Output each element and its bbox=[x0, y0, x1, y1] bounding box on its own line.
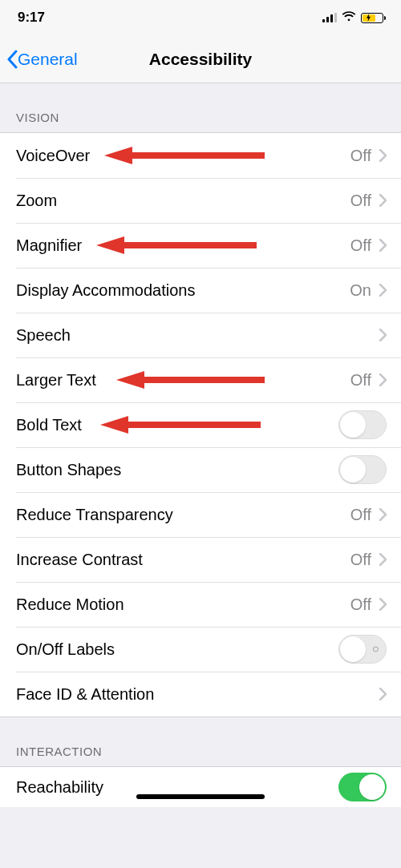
vision-list: VoiceOver Off Zoom Off Magnifier Off Dis… bbox=[0, 132, 401, 717]
section-header-interaction: INTERACTION bbox=[0, 717, 401, 766]
row-label: Magnifier bbox=[16, 236, 350, 255]
chevron-right-icon bbox=[379, 553, 387, 566]
chevron-right-icon bbox=[379, 149, 387, 162]
chevron-left-icon bbox=[6, 50, 18, 69]
chevron-right-icon bbox=[379, 284, 387, 297]
row-value: Off bbox=[350, 371, 371, 390]
row-reduce-transparency[interactable]: Reduce Transparency Off bbox=[0, 492, 401, 537]
row-onoff-labels: On/Off Labels bbox=[0, 627, 401, 672]
back-label: General bbox=[18, 50, 78, 69]
row-value: On bbox=[350, 281, 371, 300]
row-magnifier[interactable]: Magnifier Off bbox=[0, 223, 401, 268]
row-bold-text: Bold Text bbox=[0, 402, 401, 447]
interaction-list: Reachability bbox=[0, 766, 401, 807]
page-title: Accessibility bbox=[149, 50, 252, 69]
button-shapes-toggle[interactable] bbox=[338, 455, 387, 484]
status-bar: 9:17 bbox=[0, 0, 401, 35]
row-value: Off bbox=[350, 192, 371, 210]
chevron-right-icon bbox=[379, 598, 387, 611]
row-label: Reduce Motion bbox=[16, 595, 350, 614]
chevron-right-icon bbox=[379, 688, 387, 700]
row-increase-contrast[interactable]: Increase Contrast Off bbox=[0, 537, 401, 582]
row-value: Off bbox=[350, 147, 371, 165]
chevron-right-icon bbox=[379, 194, 387, 207]
row-label: Face ID & Attention bbox=[16, 685, 379, 704]
row-label: Bold Text bbox=[16, 416, 338, 434]
row-value: Off bbox=[350, 236, 371, 255]
home-indicator[interactable] bbox=[136, 794, 265, 799]
chevron-right-icon bbox=[379, 508, 387, 521]
row-label: On/Off Labels bbox=[16, 640, 338, 659]
row-label: Display Accommodations bbox=[16, 281, 350, 300]
row-speech[interactable]: Speech bbox=[0, 313, 401, 357]
onoff-labels-toggle[interactable] bbox=[338, 635, 387, 664]
row-value: Off bbox=[350, 595, 371, 614]
back-button[interactable]: General bbox=[6, 35, 78, 83]
row-label: Larger Text bbox=[16, 371, 350, 390]
chevron-right-icon bbox=[379, 239, 387, 252]
row-value: Off bbox=[350, 551, 371, 569]
row-label: Speech bbox=[16, 326, 379, 345]
row-label: Increase Contrast bbox=[16, 551, 350, 569]
row-faceid-attention[interactable]: Face ID & Attention bbox=[0, 672, 401, 717]
status-indicators bbox=[322, 11, 383, 24]
cellular-signal-icon bbox=[322, 13, 337, 22]
row-zoom[interactable]: Zoom Off bbox=[0, 178, 401, 223]
row-larger-text[interactable]: Larger Text Off bbox=[0, 357, 401, 402]
battery-icon bbox=[361, 13, 383, 23]
wifi-icon bbox=[342, 11, 356, 24]
row-value: Off bbox=[350, 506, 371, 524]
row-label: Button Shapes bbox=[16, 461, 338, 479]
row-label: VoiceOver bbox=[16, 147, 350, 165]
bold-text-toggle[interactable] bbox=[338, 410, 387, 439]
row-label: Reduce Transparency bbox=[16, 506, 350, 524]
navigation-bar: General Accessibility bbox=[0, 35, 401, 83]
row-button-shapes: Button Shapes bbox=[0, 447, 401, 492]
status-time: 9:17 bbox=[18, 10, 45, 26]
row-display-accommodations[interactable]: Display Accommodations On bbox=[0, 268, 401, 313]
row-label: Zoom bbox=[16, 192, 350, 210]
chevron-right-icon bbox=[379, 329, 387, 341]
row-voiceover[interactable]: VoiceOver Off bbox=[0, 133, 401, 178]
row-reduce-motion[interactable]: Reduce Motion Off bbox=[0, 582, 401, 627]
chevron-right-icon bbox=[379, 373, 387, 386]
reachability-toggle[interactable] bbox=[338, 773, 387, 801]
section-header-vision: VISION bbox=[0, 83, 401, 132]
row-reachability: Reachability bbox=[0, 767, 401, 807]
